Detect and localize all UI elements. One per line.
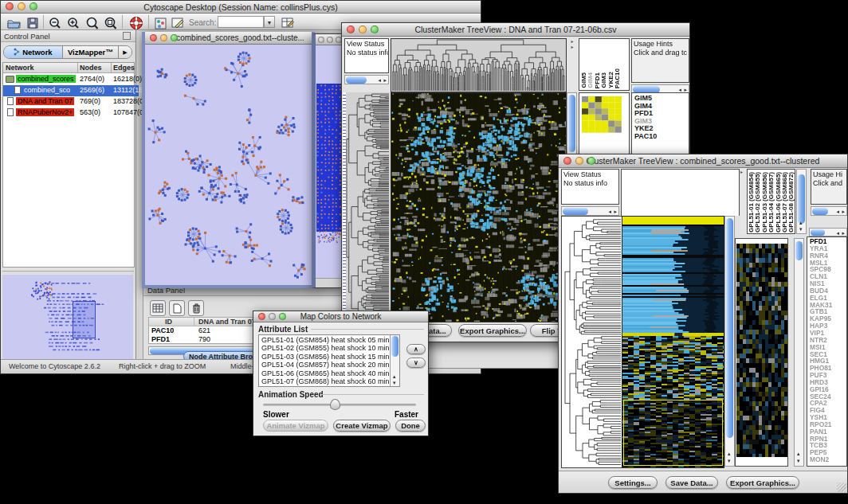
birdseye-minimap-canvas[interactable] [2, 275, 133, 361]
move-up-button[interactable]: ∧ [406, 344, 426, 354]
tab-vizmapper[interactable]: VizMapper™ [63, 46, 119, 58]
tv2-save-data-button[interactable]: Save Data... [665, 476, 718, 489]
tab-network-label: Network [22, 48, 52, 57]
zoom-window-icon[interactable] [371, 25, 379, 33]
list-item: GPL51-07 (GSM868) heat shock 60 min [261, 377, 390, 385]
attribute-listbox[interactable]: GPL51-01 (GSM854) heat shock 05 minGPL51… [258, 334, 400, 387]
tv1-heatmap-canvas[interactable] [391, 92, 567, 322]
close-icon[interactable] [318, 37, 324, 43]
tv1-row-dendrogram-canvas[interactable] [346, 92, 390, 321]
zoom-region-icon[interactable] [102, 15, 118, 31]
list-item: MON2 [810, 456, 832, 463]
list-item: GPL51-01 (GSM854) heat shock 05 min [261, 336, 390, 344]
close-icon[interactable] [150, 34, 157, 41]
tv2-splitter-strip[interactable]: ▸ [740, 169, 746, 234]
document-icon [14, 86, 21, 94]
attribute-editor-icon[interactable] [280, 15, 296, 31]
search-dropdown-arrow-icon[interactable]: ▼ [264, 16, 275, 28]
zoom-window-icon[interactable] [29, 2, 37, 10]
main-window-title: Cytoscape Desktop (Session Name: collins… [143, 2, 337, 12]
help-lifering-icon[interactable] [128, 15, 144, 31]
attribute-list-label: Attribute List [258, 325, 308, 334]
faster-label: Faster [395, 410, 418, 419]
open-folder-icon[interactable] [6, 15, 22, 31]
minimize-icon[interactable] [359, 25, 367, 33]
tv1-export-graphics-button[interactable]: Export Graphics... [458, 324, 527, 337]
tv1-usage-hints-panel: Usage HintsClick and drag tc [631, 38, 689, 83]
search-input[interactable] [218, 16, 264, 28]
network-view-2-titlebar[interactable] [316, 34, 343, 45]
dialog-titlebar[interactable]: Map Colors to Network [253, 311, 428, 322]
data-panel-extension [426, 341, 562, 369]
tv2-detail-hscrollbar[interactable]: ◂▸ [809, 228, 847, 236]
tv2-heatmap-canvas[interactable] [622, 216, 724, 468]
tv2-export-graphics-button[interactable]: Export Graphics... [726, 476, 799, 489]
minimize-icon[interactable] [18, 2, 26, 10]
network-row-rnapuber[interactable]: RNAPuberNov2+ 563(0) 107847(0) [3, 107, 139, 119]
tv2-column-dendrogram-area[interactable] [621, 169, 740, 216]
close-icon[interactable] [563, 157, 571, 165]
list-item: GPL51-06 (GSM865) heat shock 40 min [261, 369, 390, 377]
tv2-view-status-panel: View StatusNo status info [561, 169, 619, 205]
network-row-combined-scores[interactable]: combined_scores 2764(0) 16218(0) [3, 74, 139, 85]
annotate-icon[interactable] [170, 15, 186, 31]
document-icon [7, 108, 14, 116]
resize-grip-icon[interactable] [837, 483, 846, 492]
network-row-dna-tran[interactable]: DNA and Tran 07 769(0) 183728(0) [3, 96, 139, 107]
trash-icon[interactable] [188, 300, 204, 316]
column-id: ID [165, 318, 172, 326]
tv2-main-vscrollbar[interactable]: ▴▾ [724, 216, 735, 467]
tab-network[interactable]: Network [4, 46, 63, 58]
animation-speed-label: Animation Speed [258, 390, 324, 399]
tv2-detail-vscrollbar[interactable]: ▴▾ [794, 238, 804, 467]
tv2-column-labels: GPL51-01 (GSM854)GPL51-02 (GSM855)GPL51-… [748, 169, 795, 232]
tv1-splitter-strip[interactable]: ▸▸ [567, 38, 578, 91]
tv2-detail-heatmap-canvas[interactable] [736, 244, 787, 457]
zoom-in-icon[interactable] [65, 15, 81, 31]
network-row-combined-sco-selected[interactable]: combined_sco 2569(6) 13112(15) [3, 85, 139, 96]
zoom-window-icon[interactable] [171, 34, 178, 41]
tv2-settings-button[interactable]: Settings... [608, 476, 658, 489]
slider-thumb[interactable] [330, 399, 340, 410]
close-icon[interactable] [258, 313, 265, 320]
panel-splitter[interactable] [2, 271, 134, 274]
done-button[interactable]: Done [395, 420, 426, 432]
tv2-labels-vscrollbar[interactable]: ▴▾ [796, 169, 807, 234]
close-icon[interactable] [6, 2, 14, 10]
network-graph-canvas[interactable] [145, 45, 312, 282]
save-icon[interactable] [25, 15, 41, 31]
zoom-out-icon[interactable] [47, 15, 63, 31]
tv2-status-scrollbar[interactable]: ◂▸ [561, 206, 619, 216]
new-page-icon[interactable] [169, 300, 185, 316]
minimize-icon[interactable] [269, 313, 276, 320]
tab-vizmapper-label: VizMapper™ [68, 48, 113, 57]
create-vizmap-button[interactable]: Create Vizmap [333, 420, 391, 432]
tab-overflow-button[interactable]: ▶ [119, 46, 132, 58]
tv1-status-scrollbar[interactable]: ◂▸ [344, 75, 389, 84]
network-view-window: combined_scores_good.txt--cluste... [142, 32, 315, 288]
network-graph-canvas-2[interactable] [316, 45, 343, 276]
zoom-window-icon[interactable] [587, 157, 595, 165]
tv1-column-dendrogram-canvas[interactable] [391, 38, 567, 92]
tv2-row-dendrogram-canvas[interactable] [561, 216, 622, 468]
minimize-icon[interactable] [575, 157, 583, 165]
tv2-gene-list-panel: PFD1YRA1RNR4MSL1SPC98CLN1NIS1BUD4ELG1MAK… [807, 236, 847, 467]
tv2-usage-scrollbar[interactable]: ◂▸ [811, 206, 847, 216]
zoom-fit-icon[interactable] [84, 15, 100, 31]
status-welcome: Welcome to Cytoscape 2.6.2 [9, 362, 100, 370]
table-grid-icon[interactable] [150, 300, 166, 316]
list-item: GPL51-04 (GSM857) [768, 172, 775, 232]
vizmap-icon[interactable] [152, 15, 168, 31]
main-titlebar[interactable]: Cytoscape Desktop (Session Name: collins… [1, 1, 481, 14]
zoom-window-icon[interactable] [279, 313, 286, 320]
attribute-list-vscrollbar[interactable]: ▴▾ [390, 335, 399, 386]
network-view-titlebar[interactable]: combined_scores_good.txt--cluste... [145, 32, 312, 45]
move-down-button[interactable]: ∨ [406, 357, 426, 368]
minimize-icon[interactable] [327, 37, 333, 43]
treeview1-titlebar[interactable]: ClusterMaker TreeView : DNA and Tran 07-… [342, 23, 689, 37]
close-icon[interactable] [347, 25, 355, 33]
float-panel-icon[interactable] [123, 32, 131, 40]
treeview2-titlebar[interactable]: ClusterMaker TreeView : combined_scores_… [559, 154, 847, 168]
minimize-icon[interactable] [160, 34, 167, 41]
tv1-mini-heatmap-canvas[interactable] [582, 96, 622, 133]
